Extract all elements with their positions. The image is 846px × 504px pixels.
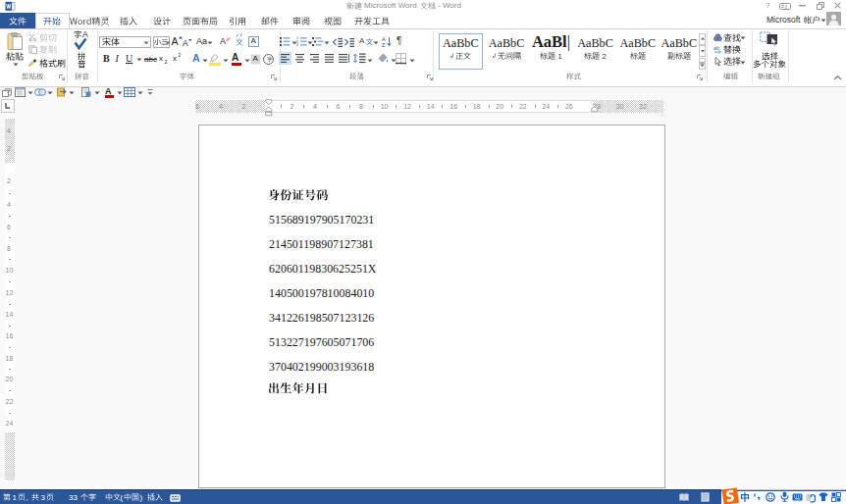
svg-text:3: 3 [296, 43, 298, 47]
svg-text:ab: ab [714, 45, 719, 51]
